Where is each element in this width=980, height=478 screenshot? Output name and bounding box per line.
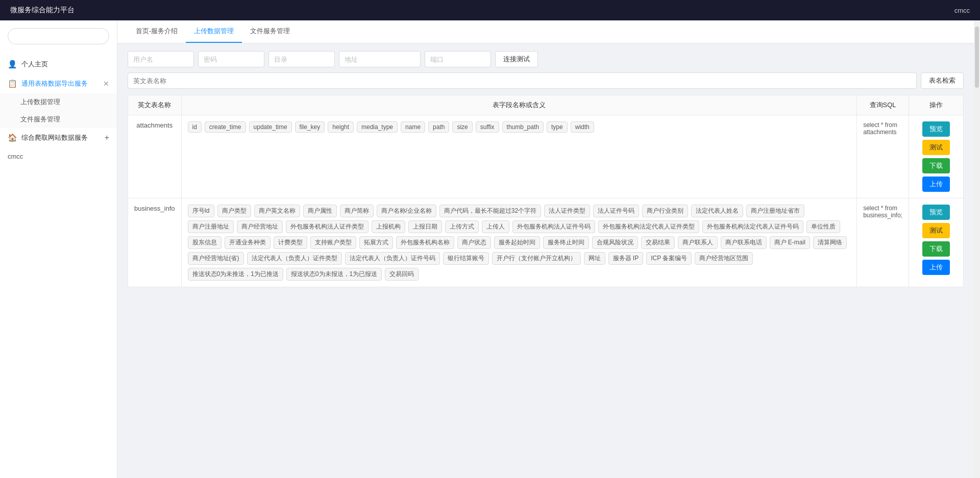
field-tag[interactable]: 商户联系电话 bbox=[721, 236, 767, 249]
preview-button[interactable]: 预览 bbox=[922, 205, 950, 220]
row-table-name: business_info bbox=[128, 198, 182, 287]
field-tag[interactable]: 商户经营地区范围 bbox=[695, 252, 753, 265]
field-tag[interactable]: 上传方式 bbox=[445, 220, 479, 233]
row-fields: 序号Id商户类型商户英文名称商户属性商户简称商户名称/企业名称商户代码，最长不能… bbox=[181, 198, 857, 287]
sidebar-add-btn[interactable]: + bbox=[105, 133, 109, 142]
field-tag[interactable]: 法定代表人（负责人）证件类型 bbox=[247, 252, 342, 265]
table-name-input[interactable] bbox=[128, 72, 917, 89]
directory-input[interactable] bbox=[268, 51, 335, 67]
sidebar-item-service1[interactable]: 📋 通用表格数据导出服务 ✕ bbox=[0, 74, 117, 93]
download-button[interactable]: 下载 bbox=[922, 241, 950, 257]
field-tag[interactable]: name bbox=[401, 121, 425, 133]
field-tag[interactable]: type bbox=[547, 121, 568, 133]
sidebar-close-btn[interactable]: ✕ bbox=[103, 80, 109, 88]
upload-button[interactable]: 上传 bbox=[922, 177, 950, 192]
field-tag[interactable]: 合规风险状况 bbox=[592, 236, 638, 249]
field-tag[interactable]: 开户行（支付账户开立机构） bbox=[492, 252, 581, 265]
field-tag[interactable]: suffix bbox=[476, 121, 499, 133]
main-content: 首页-服务介绍 上传数据管理 文件服务管理 连接测试 表 bbox=[117, 20, 974, 478]
field-tag[interactable]: file_key bbox=[295, 121, 325, 133]
field-tag[interactable]: update_time bbox=[249, 121, 292, 133]
preview-button[interactable]: 预览 bbox=[922, 121, 950, 137]
field-tag[interactable]: 商户经营地址 bbox=[237, 220, 283, 233]
tab-file[interactable]: 文件服务管理 bbox=[242, 20, 298, 43]
field-tag[interactable]: id bbox=[188, 121, 202, 133]
field-tag[interactable]: 商户属性 bbox=[303, 205, 337, 217]
field-tag[interactable]: 商户联系人 bbox=[678, 236, 718, 249]
field-tag[interactable]: 商户类型 bbox=[217, 205, 251, 217]
field-tag[interactable]: 序号Id bbox=[188, 205, 214, 217]
sidebar-item-service2[interactable]: 🏠 综合爬取网站数据服务 + bbox=[0, 128, 117, 147]
field-tag[interactable]: 支持账户类型 bbox=[310, 236, 356, 249]
field-tag[interactable]: 报送状态0为未报送，1为已报送 bbox=[286, 268, 382, 281]
field-tag[interactable]: thumb_path bbox=[502, 121, 544, 133]
address-input[interactable] bbox=[339, 51, 421, 67]
field-tag[interactable]: 外包服务机构名称 bbox=[396, 236, 454, 249]
test-button[interactable]: 测试 bbox=[922, 223, 950, 238]
sidebar-item-upload-management[interactable]: 上传数据管理 bbox=[0, 93, 117, 111]
field-tag[interactable]: 外包服务机构法定代表人证件类型 bbox=[598, 220, 699, 233]
field-tag[interactable]: 外包服务机构法定代表人证件号码 bbox=[702, 220, 803, 233]
sidebar-search-input[interactable] bbox=[8, 28, 109, 44]
field-tag[interactable]: 商户 E-mail bbox=[770, 236, 810, 249]
field-tag[interactable]: 法人证件号码 bbox=[593, 205, 639, 217]
tab-home[interactable]: 首页-服务介绍 bbox=[128, 20, 186, 43]
field-tag[interactable]: 商户简称 bbox=[340, 205, 374, 217]
col-header-sql: 查询SQL bbox=[857, 95, 909, 115]
field-tag[interactable]: 商户注册地址 bbox=[188, 220, 234, 233]
scrollbar-thumb[interactable] bbox=[975, 27, 979, 88]
field-tag[interactable]: width bbox=[571, 121, 594, 133]
download-button[interactable]: 下载 bbox=[922, 158, 950, 173]
tab-upload[interactable]: 上传数据管理 bbox=[186, 20, 242, 43]
field-tag[interactable]: 外包服务机构法人证件号码 bbox=[512, 220, 595, 233]
field-tag[interactable]: 商户行业类别 bbox=[642, 205, 688, 217]
field-tag[interactable]: 清算网络 bbox=[813, 236, 847, 249]
field-tag[interactable]: 上报机构 bbox=[372, 220, 405, 233]
sidebar-personal-home-label: 个人主页 bbox=[21, 60, 109, 69]
field-tag[interactable]: 法人证件类型 bbox=[544, 205, 590, 217]
field-tag[interactable]: 商户注册地址省市 bbox=[746, 205, 804, 217]
field-tag[interactable]: path bbox=[428, 121, 449, 133]
user-name: cmcc bbox=[954, 7, 970, 14]
field-tag[interactable]: 股东信息 bbox=[188, 236, 222, 249]
field-tag[interactable]: 服务器 IP bbox=[608, 252, 644, 265]
field-tag[interactable]: 单位性质 bbox=[806, 220, 840, 233]
field-tag[interactable]: 商户状态 bbox=[457, 236, 491, 249]
field-tag[interactable]: 法定代表人姓名 bbox=[691, 205, 743, 217]
field-tag[interactable]: create_time bbox=[205, 121, 246, 133]
field-tag[interactable]: 开通业务种类 bbox=[225, 236, 271, 249]
field-tag[interactable]: 商户名称/企业名称 bbox=[377, 205, 436, 217]
field-tag[interactable]: 上传人 bbox=[482, 220, 509, 233]
field-tag[interactable]: 上报日期 bbox=[408, 220, 442, 233]
field-tag[interactable]: 计费类型 bbox=[274, 236, 307, 249]
field-tag[interactable]: 银行结算账号 bbox=[443, 252, 489, 265]
test-button[interactable]: 测试 bbox=[922, 140, 950, 155]
username-input[interactable] bbox=[128, 51, 194, 67]
field-tag[interactable]: 推送状态0为未推送，1为已推送 bbox=[188, 268, 283, 281]
connect-btn[interactable]: 连接测试 bbox=[495, 51, 538, 67]
field-tag[interactable]: 法定代表人（负责人）证件号码 bbox=[345, 252, 440, 265]
field-tag[interactable]: 服务起始时间 bbox=[494, 236, 540, 249]
field-tag[interactable]: 交易回码 bbox=[385, 268, 419, 281]
field-tag[interactable]: 商户英文名称 bbox=[254, 205, 300, 217]
field-tag[interactable]: height bbox=[328, 121, 354, 133]
right-scrollbar[interactable] bbox=[974, 20, 980, 478]
password-input[interactable] bbox=[198, 51, 264, 67]
upload-button[interactable]: 上传 bbox=[922, 260, 950, 275]
port-input[interactable] bbox=[425, 51, 491, 67]
field-tag[interactable]: 服务终止时间 bbox=[543, 236, 589, 249]
field-tag[interactable]: 外包服务机构法人证件类型 bbox=[286, 220, 369, 233]
field-tag[interactable]: 拓展方式 bbox=[359, 236, 393, 249]
sidebar-service2-label: 综合爬取网站数据服务 bbox=[21, 133, 88, 142]
field-tag[interactable]: 交易结果 bbox=[641, 236, 675, 249]
field-tag[interactable]: ICP 备案编号 bbox=[646, 252, 692, 265]
table-icon: 📋 bbox=[8, 79, 17, 88]
field-tag[interactable]: 商户经营地址(省) bbox=[188, 252, 244, 265]
field-tag[interactable]: 商户代码，最长不能超过32个字符 bbox=[439, 205, 541, 217]
field-tag[interactable]: size bbox=[452, 121, 472, 133]
sidebar-item-personal-home[interactable]: 👤 个人主页 bbox=[0, 55, 117, 74]
search-table-btn[interactable]: 表名检索 bbox=[921, 72, 964, 89]
sidebar-item-file-management[interactable]: 文件服务管理 bbox=[0, 111, 117, 128]
field-tag[interactable]: 网址 bbox=[584, 252, 605, 265]
field-tag[interactable]: media_type bbox=[357, 121, 398, 133]
